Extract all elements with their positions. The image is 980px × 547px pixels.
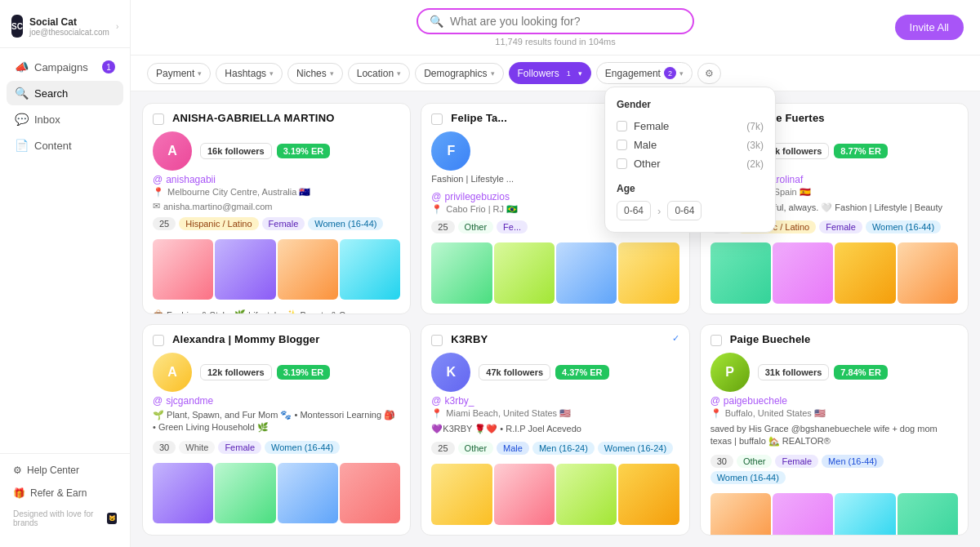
chevron-down-icon: ▾ [270, 69, 274, 78]
er-badge: 4.37% ER [555, 365, 609, 380]
card-checkbox[interactable] [710, 335, 722, 346]
creator-tags: 30 White Female Women (16-44) [143, 437, 410, 458]
creator-name: K3RBY [451, 333, 663, 345]
at-icon: @ [153, 174, 163, 185]
creator-username[interactable]: @ anishagabii [143, 171, 410, 185]
creator-name: ANISHA-GABRIELLA MARTINO [172, 112, 400, 124]
filter-settings-button[interactable]: ⚙ [697, 63, 721, 84]
at-icon: @ [710, 395, 720, 407]
filter-location[interactable]: Location ▾ [348, 63, 410, 84]
creator-username[interactable]: @ sjcgandme [143, 392, 410, 407]
gender-other-option[interactable]: Other (2k) [617, 154, 764, 173]
app-logo[interactable]: SC Social Cat joe@thesocialcat.com › [0, 10, 130, 48]
creator-location: 📍 Buffalo, United States 🇺🇸 [701, 407, 968, 420]
creator-username[interactable]: @ k3rby_ [421, 392, 688, 407]
age-range-tag: Men (16-44) [822, 455, 884, 468]
sidebar-item-search[interactable]: 🔍 Search [7, 81, 123, 105]
creator-card-k3rby: K3RBY ✓ K 47k followers 4.37% ER @ k3rby… [421, 324, 689, 536]
filter-niches[interactable]: Niches ▾ [287, 63, 343, 84]
ethnicity-tag: Other [458, 442, 494, 455]
creator-avatar: K [431, 353, 470, 392]
followers-count: 16k followers [200, 143, 272, 159]
card-checkbox[interactable] [153, 335, 164, 346]
sidebar-item-label: Campaigns [34, 61, 88, 73]
location-pin-icon: 📍 [431, 408, 443, 419]
refer-icon: 🎁 [13, 487, 25, 499]
card-checkbox[interactable] [431, 113, 443, 125]
creator-images [421, 459, 688, 531]
creator-images [701, 238, 968, 309]
filter-hashtags[interactable]: Hashtags ▾ [216, 63, 283, 84]
er-badge: 3.19% ER [277, 365, 331, 380]
creator-image [835, 493, 895, 536]
creator-avatar: P [710, 353, 750, 392]
category-tag: 👜Fashion & Style [431, 314, 508, 314]
audience-age-tag: 25 [431, 220, 454, 233]
creator-image [835, 242, 895, 303]
search-input[interactable] [450, 15, 681, 28]
followers-count: 12k followers [200, 364, 272, 380]
app-title: Social Cat [29, 16, 109, 28]
search-bar[interactable]: 🔍 [416, 8, 694, 34]
gender-other-count: (2k) [746, 158, 764, 170]
filter-demographics[interactable]: Demographics ▾ [415, 63, 503, 84]
creator-image [494, 242, 555, 303]
gender-female-checkbox[interactable] [617, 121, 627, 131]
age-from-input[interactable]: 0-64 [617, 201, 651, 220]
creator-username[interactable]: @ paigebuechele [701, 392, 968, 407]
creator-email: ✉ anisha.martino@gmail.com [143, 199, 410, 213]
filter-engagement[interactable]: Engagement 2 ▾ [596, 62, 693, 84]
er-badge: 3.19% ER [277, 144, 331, 158]
card-checkbox[interactable] [431, 335, 443, 346]
age-range-tag2: Women (16-24) [598, 442, 673, 455]
at-icon: @ [431, 191, 441, 202]
category-tag: ✨Beauty & Care [286, 309, 359, 314]
creator-image [215, 463, 275, 523]
creator-location: 📍 Melbourne City Centre, Australia 🇦🇺 [143, 185, 410, 199]
creator-categories: 👜Fashion & Style 🌿Lifestyle ✨Beauty & Ca… [143, 306, 410, 314]
gender-male-count: (3k) [746, 140, 764, 151]
gender-other-checkbox[interactable] [617, 158, 627, 169]
help-center-link[interactable]: ⚙ Help Center [8, 460, 122, 480]
gender-male-checkbox[interactable] [617, 140, 627, 150]
gender-tag: Female [819, 220, 862, 233]
filter-payment[interactable]: Payment ▾ [147, 63, 211, 84]
gender-male-option[interactable]: Male (3k) [617, 136, 764, 154]
gender-female-label: Female [634, 120, 740, 132]
creator-image [340, 463, 400, 523]
chevron-down-icon: ▾ [330, 69, 334, 78]
age-range-tag: Men (16-24) [532, 442, 595, 455]
at-icon: @ [431, 395, 441, 407]
age-to-input[interactable]: 0-64 [667, 201, 702, 220]
audience-age-tag: 30 [153, 441, 176, 454]
creator-image [278, 463, 338, 523]
chevron-down-icon: ▾ [578, 69, 582, 78]
creator-bio: 💜K3RBY 🌹❤️ • R.I.P Joel Acevedo [421, 420, 688, 438]
age-range-tag: Women (16-44) [265, 441, 340, 454]
creator-image [898, 493, 958, 536]
app-email: joe@thesocialcat.com [29, 28, 109, 37]
gender-female-option[interactable]: Female (7k) [617, 117, 764, 136]
followers-badge: 1 [563, 67, 575, 79]
followers-label: Followers [518, 68, 559, 79]
category-tag: 🌿Lifestyle [234, 309, 281, 314]
demographics-label: Demographics [424, 68, 487, 79]
content-icon: 📄 [15, 139, 28, 152]
sidebar-item-inbox[interactable]: 💬 Inbox [7, 107, 123, 131]
sidebar-item-content[interactable]: 📄 Content [7, 133, 123, 158]
card-checkbox[interactable] [153, 113, 164, 125]
designed-tag: Designed with love for brands 🐱 [8, 506, 122, 531]
sidebar-nav: 📣 Campaigns 1 🔍 Search 💬 Inbox 📄 Content [0, 55, 130, 453]
creator-card-anisha: ANISHA-GABRIELLA MARTINO A 16k followers… [142, 103, 411, 314]
email-icon: ✉ [153, 201, 160, 211]
creator-images [421, 238, 688, 309]
audience-age-tag: 30 [710, 455, 733, 468]
creator-image [618, 464, 679, 524]
filter-followers[interactable]: Followers 1 ▾ [509, 62, 591, 84]
refer-earn-link[interactable]: 🎁 Refer & Earn [8, 483, 122, 503]
age-range-row: 0-64 › 0-64 [617, 201, 764, 220]
invite-all-button[interactable]: Invite All [895, 15, 964, 40]
chevron-down-icon: ▾ [397, 69, 401, 78]
creator-image [153, 463, 213, 523]
sidebar-item-campaigns[interactable]: 📣 Campaigns 1 [7, 55, 123, 79]
